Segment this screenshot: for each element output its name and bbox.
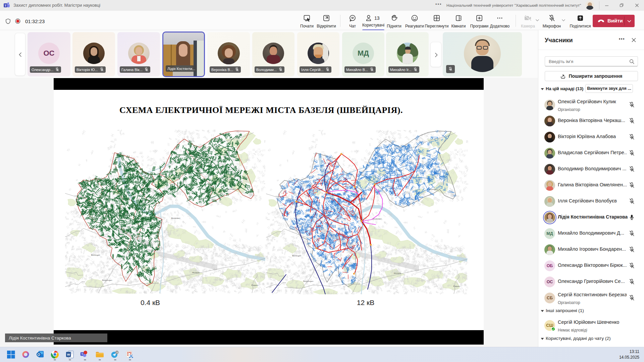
svg-text:Pratteln: Pratteln <box>453 285 460 287</box>
svg-text:T: T <box>5 4 7 7</box>
svg-text:Bottmingen: Bottmingen <box>303 280 313 282</box>
svg-text:Bottmingen: Bottmingen <box>102 279 112 281</box>
svg-text:O: O <box>38 353 40 357</box>
svg-text:Pratteln: Pratteln <box>251 284 258 286</box>
svg-text:Muttenz: Muttenz <box>394 272 401 274</box>
svg-text:Birsfelden: Birsfelden <box>171 217 180 219</box>
svg-text:Muttenz: Muttenz <box>192 272 199 274</box>
svg-text:Binningen: Binningen <box>91 254 100 256</box>
svg-text:Binningen: Binningen <box>292 255 301 257</box>
svg-text:T: T <box>82 353 83 356</box>
svg-text:28: 28 <box>116 351 118 354</box>
svg-text:W: W <box>67 353 70 356</box>
